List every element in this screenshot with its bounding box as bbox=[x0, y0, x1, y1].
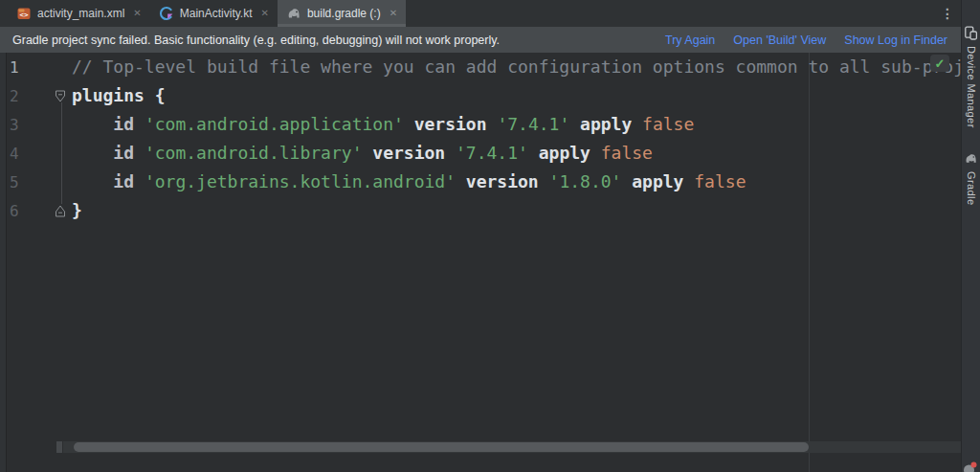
tool-label-device-manager: Device Manager bbox=[966, 46, 977, 128]
tool-button-device-manager[interactable]: Device Manager bbox=[964, 26, 978, 128]
tab-label: activity_main.xml bbox=[37, 7, 124, 20]
try-again-link[interactable]: Try Again bbox=[665, 34, 715, 47]
open-build-view-link[interactable]: Open 'Build' View bbox=[733, 34, 826, 47]
line-number: 2 bbox=[10, 87, 48, 105]
fold-collapse-end-icon[interactable] bbox=[55, 204, 66, 221]
notifications-icon[interactable] bbox=[962, 460, 978, 472]
code-line[interactable]: 5 id 'org.jetbrains.kotlin.android' vers… bbox=[0, 168, 961, 196]
fold-gutter bbox=[48, 110, 72, 139]
tab-overflow-menu-icon[interactable]: ⋮ bbox=[941, 0, 954, 27]
code-text[interactable]: } bbox=[72, 196, 82, 225]
close-icon[interactable]: ✕ bbox=[133, 9, 141, 18]
tab-label: build.gradle (:) bbox=[307, 7, 381, 20]
line-number: 3 bbox=[10, 116, 48, 134]
tab-label: MainActivity.kt bbox=[180, 7, 253, 20]
code-text[interactable]: // Top-level build file where you can ad… bbox=[72, 53, 961, 81]
code-text[interactable]: id 'org.jetbrains.kotlin.android' versio… bbox=[72, 168, 746, 196]
right-tool-window-bar: Device Manager Gradle bbox=[961, 0, 980, 472]
code-lines: 1// Top-level build file where you can a… bbox=[0, 53, 961, 225]
inspections-ok-widget[interactable]: ✓ bbox=[930, 55, 949, 72]
scrollbar-divider bbox=[56, 441, 62, 453]
code-text[interactable]: id 'com.android.library' version '7.4.1'… bbox=[72, 139, 653, 168]
line-number: 5 bbox=[10, 173, 48, 191]
horizontal-scrollbar[interactable] bbox=[63, 441, 961, 453]
gradle-sync-banner: Gradle project sync failed. Basic functi… bbox=[0, 27, 961, 53]
check-icon: ✓ bbox=[935, 56, 946, 71]
fold-gutter bbox=[48, 139, 72, 168]
code-line[interactable]: 6} bbox=[0, 196, 961, 225]
tool-label-gradle: Gradle bbox=[966, 171, 977, 205]
banner-message: Gradle project sync failed. Basic functi… bbox=[12, 34, 500, 47]
gradle-file-icon bbox=[286, 6, 301, 21]
show-log-in-finder-link[interactable]: Show Log in Finder bbox=[844, 34, 947, 47]
android-studio-window: <> activity_main.xml ✕ MainActivity.kt ✕ bbox=[0, 0, 980, 472]
code-line[interactable]: 4 id 'com.android.library' version '7.4.… bbox=[0, 139, 961, 168]
code-editor[interactable]: 1// Top-level build file where you can a… bbox=[0, 53, 961, 472]
tool-button-gradle[interactable]: Gradle bbox=[964, 151, 978, 205]
code-text[interactable]: plugins { bbox=[72, 81, 166, 110]
line-number: 6 bbox=[10, 202, 48, 220]
close-icon[interactable]: ✕ bbox=[261, 9, 269, 18]
line-number: 1 bbox=[10, 58, 48, 77]
editor-column: <> activity_main.xml ✕ MainActivity.kt ✕ bbox=[0, 0, 961, 472]
code-text[interactable]: id 'com.android.application' version '7.… bbox=[72, 110, 694, 139]
fold-collapse-icon[interactable] bbox=[55, 89, 66, 106]
tab-activity-main-xml[interactable]: <> activity_main.xml ✕ bbox=[8, 0, 150, 27]
fold-region-line bbox=[61, 102, 62, 204]
line-number: 4 bbox=[10, 145, 48, 163]
kotlin-file-icon bbox=[159, 6, 174, 21]
device-manager-icon bbox=[964, 26, 978, 40]
close-icon[interactable]: ✕ bbox=[390, 9, 397, 18]
horizontal-scrollbar-thumb[interactable] bbox=[74, 442, 809, 452]
code-line[interactable]: 2plugins { bbox=[0, 81, 961, 110]
code-line[interactable]: 1// Top-level build file where you can a… bbox=[0, 53, 961, 81]
editor-tab-bar: <> activity_main.xml ✕ MainActivity.kt ✕ bbox=[0, 0, 961, 27]
fold-gutter bbox=[48, 81, 72, 110]
code-line[interactable]: 3 id 'com.android.application' version '… bbox=[0, 110, 961, 139]
layout-xml-file-icon: <> bbox=[16, 6, 32, 21]
tab-mainactivity-kt[interactable]: MainActivity.kt ✕ bbox=[150, 0, 278, 27]
svg-text:<>: <> bbox=[19, 11, 29, 19]
fold-gutter bbox=[48, 53, 72, 81]
tab-build-gradle[interactable]: build.gradle (:) ✕ bbox=[278, 0, 406, 27]
fold-gutter bbox=[48, 168, 72, 196]
gradle-icon bbox=[964, 151, 978, 166]
fold-gutter bbox=[48, 196, 72, 225]
